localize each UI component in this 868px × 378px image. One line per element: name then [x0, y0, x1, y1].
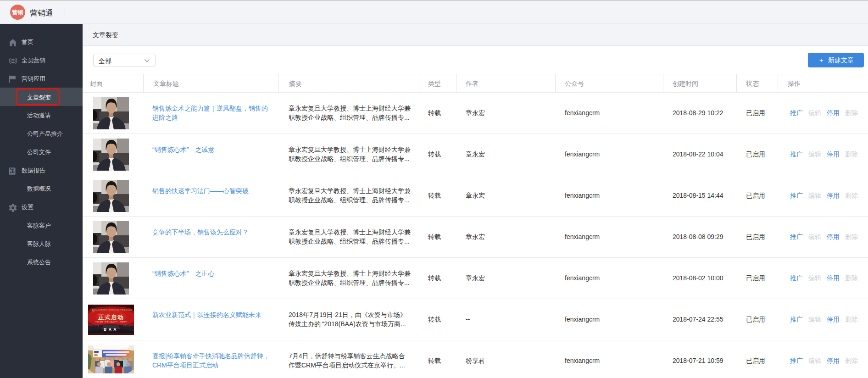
svg-text:中国·营销（平度）峰会中心 相聚环宇: 中国·营销（平度）峰会中心 相聚环宇 [95, 321, 127, 323]
svg-text:正式启动: 正式启动 [98, 314, 124, 321]
svg-text:值得生长: 值得生长 [122, 324, 132, 327]
svg-text:义另其道: 义另其道 [91, 324, 100, 327]
svg-text:BAA: BAA [104, 327, 118, 332]
svg-text:@: @ [92, 309, 95, 312]
svg-text:BAA│2018│BAA│农资与市场万商模式大会: BAA│2018│BAA│农资与市场万商模式大会 [92, 308, 132, 311]
